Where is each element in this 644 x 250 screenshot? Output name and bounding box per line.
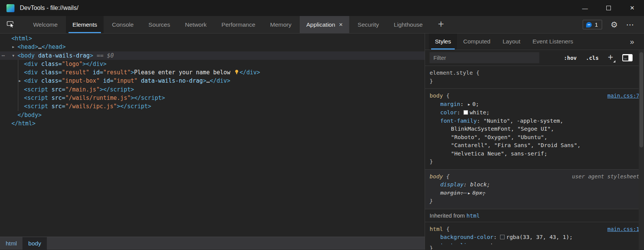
breadcrumb-body[interactable]: body [22,237,47,250]
expand-right-icon[interactable]: ▶ [18,77,22,85]
style-rule-html: main.css:1html {background-color: rgba(3… [425,222,644,250]
dom-breadcrumb-bar: htmlbody [0,237,425,250]
tab-elements[interactable]: Elements [66,16,104,33]
breadcrumb-html[interactable]: html [0,237,22,250]
toggle-pseudo-state-button[interactable]: :hov [564,55,577,61]
issues-bubble-icon [586,22,592,27]
dom-tree: <html>▶<head>…</head>⋯▼<body data-wails-… [0,34,425,236]
css-property-color[interactable]: color: white; [430,109,639,117]
elements-panel: <html>▶<head>…</head>⋯▼<body data-wails-… [0,34,425,250]
styles-filter-input[interactable] [430,52,539,63]
css-property-background-color[interactable]: background-color: rgba(33, 37, 43, 1); [430,233,639,242]
toggle-sidebar-icon[interactable]: ← [622,54,633,61]
styles-tab-event-listeners[interactable]: Event Listeners [526,34,579,50]
devtools-window: DevTools - file://wails/ — ✕ WelcomeElem… [0,0,644,250]
expand-shorthand-icon[interactable]: ▶ [468,101,470,109]
style-rule-body: main.css:7body {margin: ▶0;color: white;… [425,89,644,170]
stylesheet-origin-note: user agent stylesheet [572,173,639,181]
inspect-element-button[interactable] [2,16,19,33]
styles-tab-computed[interactable]: Computed [457,34,497,50]
dom-node-line[interactable]: <div class="logo"></div> [0,60,425,68]
dom-node-line[interactable]: </html> [0,119,425,128]
inspect-cursor-icon [6,19,15,30]
styles-tabbar: StylesComputedLayoutEvent Listeners » [425,34,644,50]
dom-node-line[interactable]: ▶<div class="input-box" id="input" data-… [0,77,425,85]
pointing-down-emoji [234,69,240,76]
styles-scrollbar[interactable] [639,50,644,250]
dom-node-line[interactable]: ⋯▼<body data-wails-drag> == $0 [0,51,425,60]
tab-welcome[interactable]: Welcome [27,16,64,33]
tab-performance[interactable]: Performance [215,16,262,33]
css-property-font-family[interactable]: font-family: "Nunito", -apple-system, [430,117,639,125]
sidebar-arrow-icon: ← [623,55,628,61]
expand-right-icon[interactable]: ▶ [11,43,16,51]
devtools-content: <html>▶<head>…</head>⋯▼<body data-wails-… [0,34,644,250]
css-property-display[interactable]: display: block; [430,181,639,189]
devtools-app-icon [6,4,14,12]
styles-toolbar: :hov .cls + ← [425,50,644,66]
style-rule-body: user agent stylesheetbody {display: bloc… [425,170,644,209]
node-menu-dots-icon[interactable]: ⋯ [2,51,5,60]
dom-node-line[interactable]: <script src="/main.js"></script> [0,85,425,94]
more-tools-button[interactable]: + [431,18,451,30]
color-swatch[interactable] [463,110,468,115]
close-button[interactable]: ✕ [620,0,644,16]
minimize-icon: — [582,5,588,11]
inherited-node-link[interactable]: html [467,213,480,219]
dom-node-line[interactable]: <script src="/wails/ipc.js"></script> [0,102,425,111]
titlebar: DevTools - file://wails/ — ✕ [0,0,644,16]
scrollbar-thumb[interactable] [639,52,643,147]
tab-sources[interactable]: Sources [142,16,177,33]
styles-tab-styles[interactable]: Styles [429,34,457,50]
dom-node-line[interactable]: ▶<head>…</head> [0,43,425,51]
window-controls: — ✕ [573,0,644,16]
tab-network[interactable]: Network [179,16,213,33]
expand-shorthand-icon[interactable]: ▶ [468,189,470,198]
style-rule-element-style: element.style {} [425,66,644,89]
main-tabbar: WelcomeElementsConsoleSourcesNetworkPerf… [0,16,644,34]
maximize-button[interactable] [597,0,620,16]
styles-tab-layout[interactable]: Layout [497,34,527,50]
new-style-rule-button[interactable]: + [608,53,613,62]
tab-security[interactable]: Security [351,16,385,33]
inherited-from-label: Inherited from [430,212,467,219]
styles-tab-list: StylesComputedLayoutEvent Listeners [429,34,579,50]
css-property-margin[interactable]: margin: ▶8px; [430,189,639,198]
stylesheet-link[interactable]: main.css:1 [607,225,639,234]
maximize-icon [606,6,611,10]
tabbar-right-controls: 1 ⚙ ⋯ [583,16,644,33]
dom-node-line[interactable]: </body> [0,111,425,119]
rule-selector[interactable]: body [430,93,443,99]
rule-selector[interactable]: element.style [430,70,473,76]
inherited-from-header: Inherited from html [425,209,644,222]
close-tab-icon[interactable]: × [339,21,343,28]
tab-console[interactable]: Console [105,16,140,33]
close-icon: ✕ [630,5,635,11]
issues-counter-button[interactable]: 1 [583,20,602,29]
overflow-tabs-icon[interactable]: » [630,37,644,46]
expand-down-icon[interactable]: ▼ [11,51,16,60]
toggle-element-classes-button[interactable]: .cls [586,55,599,61]
tab-application[interactable]: Application× [300,16,349,33]
rule-selector[interactable]: body [430,173,443,179]
panel-tabs: WelcomeElementsConsoleSourcesNetworkPerf… [27,16,431,33]
rule-selector[interactable]: html [430,226,443,232]
color-swatch[interactable] [500,235,505,239]
stylesheet-link[interactable]: main.css:7 [607,92,639,100]
customize-menu-icon[interactable]: ⋯ [626,21,635,29]
styles-rules-list: element.style {}main.css:7body {margin: … [425,66,644,250]
settings-gear-icon[interactable]: ⚙ [610,21,618,29]
css-property-text-align[interactable]: text-align: center; [430,242,639,244]
minimize-button[interactable]: — [573,0,597,16]
tab-memory[interactable]: Memory [264,16,298,33]
dom-node-line[interactable]: <div class="result" id="result">Please e… [0,68,425,77]
dom-node-line[interactable]: <html> [0,34,425,43]
window-title: DevTools - file://wails/ [20,5,78,11]
issues-count: 1 [595,21,598,28]
styles-panel: StylesComputedLayoutEvent Listeners » :h… [425,34,644,250]
css-property-margin[interactable]: margin: ▶0; [430,100,639,109]
tab-lighthouse[interactable]: Lighthouse [387,16,429,33]
dom-node-line[interactable]: <script src="/wails/runtime.js"></script… [0,94,425,102]
